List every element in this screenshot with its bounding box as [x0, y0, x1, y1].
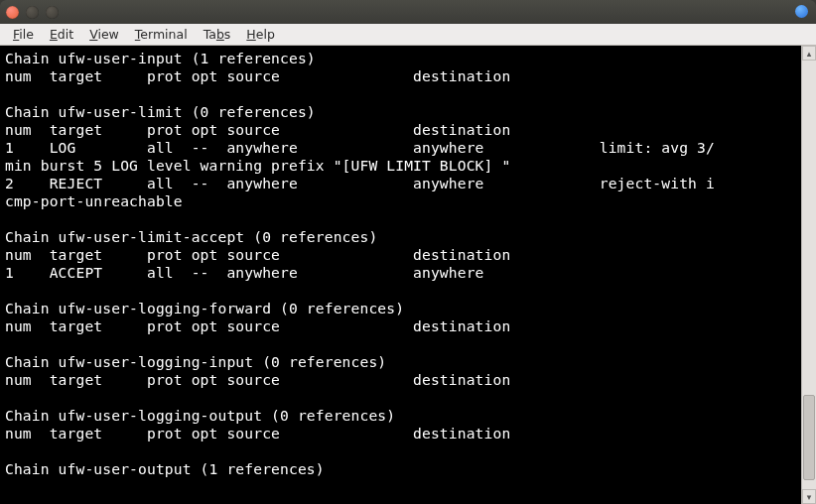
scroll-down-button[interactable]: ▾ — [802, 489, 816, 504]
window-control-buttons — [6, 6, 59, 19]
menu-terminal-rest: erminal — [140, 27, 187, 42]
menu-view[interactable]: View — [82, 25, 126, 44]
maximize-window-button[interactable] — [46, 6, 59, 19]
menu-tabs[interactable]: Tabs — [197, 25, 238, 44]
menu-bar: File Edit View Terminal Tabs Help — [0, 24, 816, 46]
scrollbar-track[interactable] — [802, 61, 816, 489]
menu-file-rest: ile — [19, 27, 34, 42]
menu-tabs-rest: s — [224, 27, 231, 42]
menu-view-rest: iew — [97, 27, 118, 42]
scroll-up-button[interactable]: ▴ — [802, 46, 816, 61]
menu-file[interactable]: File — [6, 25, 41, 44]
menu-help-rest: elp — [256, 27, 275, 42]
minimize-window-button[interactable] — [26, 6, 39, 19]
menu-terminal[interactable]: Terminal — [128, 25, 195, 44]
menu-help[interactable]: Help — [239, 25, 282, 44]
terminal-wrapper: Chain ufw-user-input (1 references) num … — [0, 46, 816, 504]
terminal-output[interactable]: Chain ufw-user-input (1 references) num … — [0, 46, 801, 504]
menu-edit[interactable]: Edit — [43, 25, 80, 44]
scrollbar-thumb[interactable] — [803, 395, 815, 480]
menu-edit-rest: dit — [58, 27, 73, 42]
vertical-scrollbar[interactable]: ▴ ▾ — [801, 46, 816, 504]
title-indicator-icon — [795, 5, 808, 18]
window-titlebar[interactable] — [0, 0, 816, 24]
close-window-button[interactable] — [6, 6, 19, 19]
